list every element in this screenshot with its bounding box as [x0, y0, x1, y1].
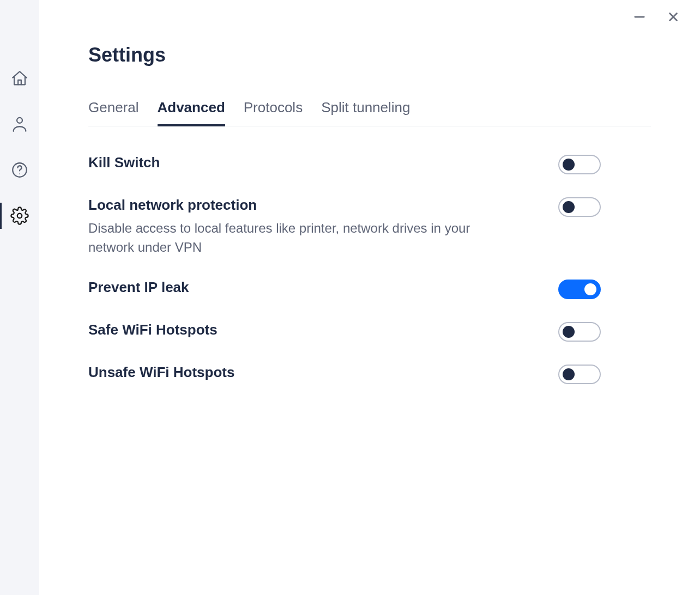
window-controls — [633, 11, 679, 23]
tabs: General Advanced Protocols Split tunneli… — [88, 99, 651, 126]
toggle-unsafe-wifi[interactable] — [558, 365, 601, 384]
setting-safe-wifi: Safe WiFi Hotspots — [88, 321, 601, 342]
setting-prevent-ip-leak: Prevent IP leak — [88, 278, 601, 299]
main-content: Settings General Advanced Protocols Spli… — [39, 0, 700, 595]
home-icon — [10, 69, 29, 88]
toggle-prevent-ip-leak[interactable] — [558, 280, 601, 299]
sidebar-item-account[interactable] — [0, 111, 39, 137]
setting-kill-switch: Kill Switch — [88, 154, 601, 174]
svg-point-3 — [17, 214, 22, 218]
setting-title: Prevent IP leak — [88, 278, 189, 297]
svg-point-0 — [17, 118, 22, 123]
setting-unsafe-wifi: Unsafe WiFi Hotspots — [88, 363, 601, 384]
sidebar — [0, 0, 39, 595]
tab-protocols[interactable]: Protocols — [244, 99, 303, 126]
tab-general[interactable]: General — [88, 99, 139, 126]
setting-title: Safe WiFi Hotspots — [88, 321, 218, 339]
user-icon — [10, 115, 29, 133]
tab-advanced[interactable]: Advanced — [158, 99, 225, 126]
help-icon — [10, 161, 29, 179]
settings-list: Kill Switch Local network protection Dis… — [88, 154, 601, 384]
toggle-kill-switch[interactable] — [558, 155, 601, 174]
minimize-button[interactable] — [633, 11, 645, 23]
gear-icon — [10, 207, 29, 225]
toggle-local-network[interactable] — [558, 197, 601, 217]
close-icon — [667, 11, 679, 23]
svg-point-2 — [19, 173, 20, 174]
page-title: Settings — [88, 44, 651, 66]
sidebar-item-help[interactable] — [0, 157, 39, 183]
toggle-safe-wifi[interactable] — [558, 322, 601, 342]
sidebar-item-home[interactable] — [0, 65, 39, 92]
setting-title: Local network protection — [88, 196, 514, 215]
setting-title: Kill Switch — [88, 154, 160, 172]
setting-description: Disable access to local features like pr… — [88, 219, 514, 257]
setting-title: Unsafe WiFi Hotspots — [88, 363, 234, 382]
minimize-icon — [633, 11, 645, 23]
tab-split-tunneling[interactable]: Split tunneling — [321, 99, 410, 126]
sidebar-item-settings[interactable] — [0, 203, 39, 229]
setting-local-network: Local network protection Disable access … — [88, 196, 601, 257]
close-button[interactable] — [667, 11, 679, 23]
